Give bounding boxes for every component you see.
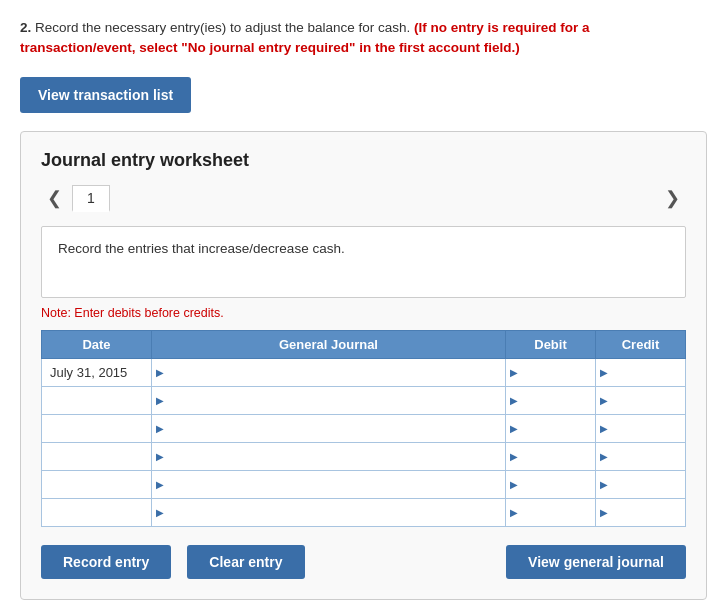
journal-cell[interactable]: ▶ — [152, 414, 506, 442]
button-row: Record entry Clear entry View general jo… — [41, 545, 686, 579]
clear-entry-button[interactable]: Clear entry — [187, 545, 304, 579]
date-cell — [42, 386, 152, 414]
credit-input[interactable] — [608, 503, 685, 522]
journal-cell[interactable]: ▶ — [152, 386, 506, 414]
credit-input[interactable] — [608, 391, 685, 410]
date-cell — [42, 498, 152, 526]
col-header-credit: Credit — [596, 330, 686, 358]
tab-1[interactable]: 1 — [72, 185, 110, 212]
credit-input[interactable] — [608, 363, 685, 382]
col-header-date: Date — [42, 330, 152, 358]
debit-cell[interactable]: ▶ — [506, 442, 596, 470]
debit-cell[interactable]: ▶ — [506, 498, 596, 526]
debit-input[interactable] — [518, 447, 595, 466]
journal-input[interactable] — [164, 475, 505, 494]
credit-cell[interactable]: ▶ — [596, 498, 686, 526]
prev-tab-button[interactable]: ❮ — [41, 185, 68, 211]
date-cell — [42, 414, 152, 442]
col-header-debit: Debit — [506, 330, 596, 358]
journal-input[interactable] — [164, 419, 505, 438]
table-row: ▶▶▶ — [42, 414, 686, 442]
credit-cell[interactable]: ▶ — [596, 442, 686, 470]
debit-cell[interactable]: ▶ — [506, 386, 596, 414]
table-row: July 31, 2015▶▶▶ — [42, 358, 686, 386]
credit-cell[interactable]: ▶ — [596, 470, 686, 498]
journal-cell[interactable]: ▶ — [152, 358, 506, 386]
debit-cell[interactable]: ▶ — [506, 414, 596, 442]
worksheet-container: Journal entry worksheet ❮ 1 ❯ Record the… — [20, 131, 707, 600]
journal-input[interactable] — [164, 503, 505, 522]
journal-cell[interactable]: ▶ — [152, 442, 506, 470]
debit-input[interactable] — [518, 419, 595, 438]
credit-input[interactable] — [608, 447, 685, 466]
debit-input[interactable] — [518, 503, 595, 522]
note-text: Note: Enter debits before credits. — [41, 306, 686, 320]
debit-cell[interactable]: ▶ — [506, 470, 596, 498]
debit-input[interactable] — [518, 363, 595, 382]
journal-input[interactable] — [164, 391, 505, 410]
debit-cell[interactable]: ▶ — [506, 358, 596, 386]
table-row: ▶▶▶ — [42, 442, 686, 470]
journal-input[interactable] — [164, 447, 505, 466]
tab-navigation: ❮ 1 ❯ — [41, 185, 686, 212]
col-header-journal: General Journal — [152, 330, 506, 358]
date-cell: July 31, 2015 — [42, 358, 152, 386]
next-tab-button[interactable]: ❯ — [659, 185, 686, 211]
credit-cell[interactable]: ▶ — [596, 386, 686, 414]
credit-input[interactable] — [608, 475, 685, 494]
journal-table: Date General Journal Debit Credit July 3… — [41, 330, 686, 527]
table-row: ▶▶▶ — [42, 470, 686, 498]
table-row: ▶▶▶ — [42, 498, 686, 526]
debit-input[interactable] — [518, 475, 595, 494]
table-row: ▶▶▶ — [42, 386, 686, 414]
journal-input[interactable] — [164, 363, 505, 382]
journal-cell[interactable]: ▶ — [152, 498, 506, 526]
instruction-text: 2. Record the necessary entry(ies) to ad… — [20, 18, 707, 59]
credit-cell[interactable]: ▶ — [596, 358, 686, 386]
date-cell — [42, 442, 152, 470]
date-cell — [42, 470, 152, 498]
debit-input[interactable] — [518, 391, 595, 410]
credit-input[interactable] — [608, 419, 685, 438]
view-transaction-button[interactable]: View transaction list — [20, 77, 191, 113]
description-box: Record the entries that increase/decreas… — [41, 226, 686, 298]
record-entry-button[interactable]: Record entry — [41, 545, 171, 579]
view-general-journal-button[interactable]: View general journal — [506, 545, 686, 579]
credit-cell[interactable]: ▶ — [596, 414, 686, 442]
worksheet-title: Journal entry worksheet — [41, 150, 686, 171]
journal-cell[interactable]: ▶ — [152, 470, 506, 498]
